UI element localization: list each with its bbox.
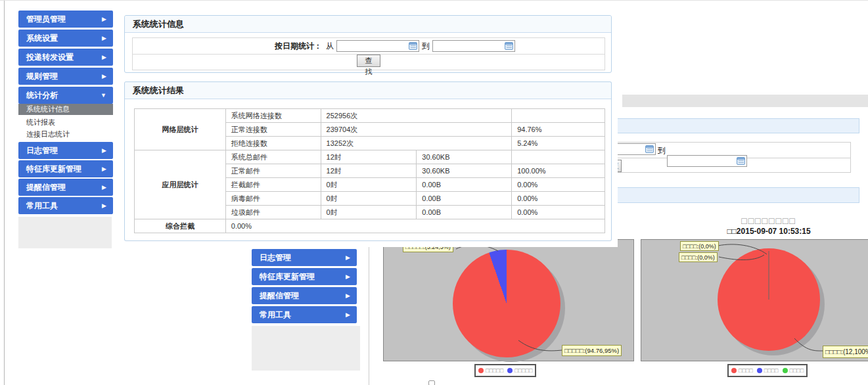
count-cell: 0封 (321, 192, 417, 206)
sidebar-item-system-settings[interactable]: 系统设置 ▶ (18, 30, 113, 47)
metric-cell: 正常邮件 (225, 164, 321, 178)
count-cell: 252956次 (321, 109, 512, 123)
bg-toolbar-strip (622, 95, 868, 107)
sidebar-item-label: 管理员管理 (26, 11, 66, 28)
connections-pie (453, 250, 560, 357)
pct-cell: 5.24% (512, 137, 605, 150)
count-cell: 0封 (321, 178, 417, 192)
legend-item: □□□□ (783, 367, 804, 374)
group-cell-application: 应用层统计 (135, 150, 226, 219)
chevron-right-icon: ▶ (102, 142, 106, 159)
sidebar-item-log-management[interactable]: 日志管理 ▶ (18, 142, 113, 159)
chevron-right-icon: ▶ (102, 197, 106, 214)
sidebar-item-label: 提醒信管理 (26, 179, 66, 196)
sidebar-item-label: 投递转发设置 (26, 49, 74, 66)
sidebar-item-statistics-analysis[interactable]: 统计分析 ▼ (18, 87, 113, 104)
bg-sidebar-item-reminder-management[interactable]: 提醒信管理 ▶ (252, 287, 357, 304)
date-stats-label: 按日期统计： (133, 41, 322, 52)
count-cell: 12封 (321, 150, 417, 164)
bg-sidebar-item-label: 提醒信管理 (260, 287, 299, 304)
blue-legend-dot-icon (757, 368, 762, 373)
calendar-icon[interactable] (505, 42, 513, 50)
metric-cell: 拒绝连接数 (225, 137, 321, 150)
sidebar-item-reminder-management[interactable]: 提醒信管理 ▶ (18, 179, 113, 196)
sidebar-subitem-connection-log-statistics[interactable]: 连接日志统计 (18, 129, 113, 140)
date-to-label: 到 (422, 41, 430, 52)
green-legend-dot-icon (783, 368, 788, 373)
sidebar-item-label: 统计分析 (26, 87, 58, 104)
chevron-right-icon: ▶ (346, 268, 350, 285)
chevron-right-icon: ▶ (102, 68, 106, 85)
sidebar-item-rule-management[interactable]: 规则管理 ▶ (18, 68, 113, 85)
count-cell: 12封 (321, 164, 417, 178)
mail-pie (718, 248, 820, 351)
mail-legend: □□□□ □□□□ □□□□ (727, 364, 808, 377)
calendar-icon[interactable] (645, 145, 654, 153)
sidebar-item-label: 特征库更新管理 (26, 160, 81, 177)
table-row: 应用层统计 系统总邮件 12封 30.60KB (135, 150, 605, 164)
pct-cell (512, 109, 605, 123)
mail-callout-normal: □□□□:(12,100%) (823, 346, 868, 358)
date-range-row: 按日期统计： 从 到 (133, 38, 605, 54)
pct-cell: 100.00% (512, 164, 605, 178)
cutoff-title-glyph (428, 380, 435, 385)
sidebar-item-delivery-forwarding[interactable]: 投递转发设置 ▶ (18, 49, 113, 66)
size-cell: 0.00B (417, 192, 512, 206)
mail-callout-spam: □□□□:(0,0%) (679, 252, 718, 262)
chart-title: □□□□□□□□ (683, 215, 854, 226)
metric-cell: 病毒邮件 (225, 192, 321, 206)
stats-result-panel-title: 系统统计结果 (125, 82, 611, 99)
bg-content-divider (369, 242, 369, 385)
red-legend-dot-icon (731, 368, 737, 373)
stats-info-panel: 系统统计信息 按日期统计： 从 到 查找 (124, 15, 612, 73)
metric-cell: 系统网络连接数 (225, 109, 321, 123)
pct-cell: 0.00% (512, 178, 605, 192)
bg-sidebar-empty-area (252, 326, 360, 371)
chevron-right-icon: ▶ (346, 287, 350, 304)
metric-cell: 拦截邮件 (225, 178, 321, 192)
bg-date-to-input[interactable] (667, 155, 747, 167)
count-cell: 239704次 (321, 123, 512, 137)
chevron-right-icon: ▶ (346, 249, 350, 266)
pct-cell (512, 150, 605, 164)
size-cell: 0.00B (417, 206, 512, 219)
table-row: 综合拦截 0.00% (135, 219, 605, 233)
date-from-input[interactable] (336, 40, 419, 52)
connections-callout-normal: □□□□□:(94.76,95%) (562, 345, 622, 356)
sidebar-item-admin-management[interactable]: 管理员管理 ▶ (18, 11, 113, 28)
screen: { "colors": { "menu_blue": "#3c6fd6", "s… (0, 0, 868, 385)
legend-item: □□□□□ (507, 367, 532, 374)
sidebar-empty-area (18, 217, 112, 248)
chevron-right-icon: ▶ (346, 306, 350, 323)
chevron-right-icon: ▶ (102, 30, 106, 47)
chevron-right-icon: ▶ (102, 49, 106, 66)
foreground-window: 管理员管理 ▶ 系统设置 ▶ 投递转发设置 ▶ 规则管理 ▶ 统计分析 ▼ 系统… (0, 1, 618, 247)
sidebar-item-common-tools[interactable]: 常用工具 ▶ (18, 197, 113, 214)
bg-date-to-label: 到 (658, 145, 666, 156)
calendar-icon[interactable] (737, 157, 745, 165)
sidebar-item-label: 常用工具 (26, 197, 58, 214)
count-cell: 13252次 (321, 137, 512, 150)
legend-item: □□□□ (757, 367, 779, 374)
sidebar-subitem-statistics-report[interactable]: 统计报表 (18, 117, 113, 128)
bg-panel-header-stats-result (616, 187, 859, 203)
bg-sidebar-item-label: 特征库更新管理 (260, 268, 315, 285)
calendar-icon[interactable] (409, 42, 417, 50)
count-cell: 0封 (321, 206, 417, 219)
stats-result-panel: 系统统计结果 网络层统计 系统网络连接数 252956次 正常连接数 23970… (124, 81, 612, 241)
date-to-input[interactable] (432, 40, 515, 52)
blue-legend-dot-icon (507, 368, 513, 373)
date-from-label: 从 (326, 41, 334, 52)
bg-sidebar-item-signature-update[interactable]: 特征库更新管理 ▶ (252, 268, 357, 285)
bg-date-form: 到 查找 (608, 142, 851, 173)
stats-result-table: 网络层统计 系统网络连接数 252956次 正常连接数 239704次 94.7… (134, 108, 605, 233)
sidebar-subitem-system-statistics[interactable]: 系统统计信息 (18, 104, 113, 115)
legend-item: □□□□ (731, 367, 753, 374)
sidebar-item-signature-update[interactable]: 特征库更新管理 ▶ (18, 160, 113, 177)
bg-sidebar-item-common-tools[interactable]: 常用工具 ▶ (252, 306, 357, 323)
search-button[interactable]: 查找 (357, 55, 380, 67)
sidebar-item-label: 系统设置 (26, 30, 58, 47)
summary-label-cell: 综合拦截 (135, 219, 226, 233)
chevron-right-icon: ▶ (102, 11, 106, 28)
bg-sidebar-item-log-management[interactable]: 日志管理 ▶ (252, 249, 357, 266)
